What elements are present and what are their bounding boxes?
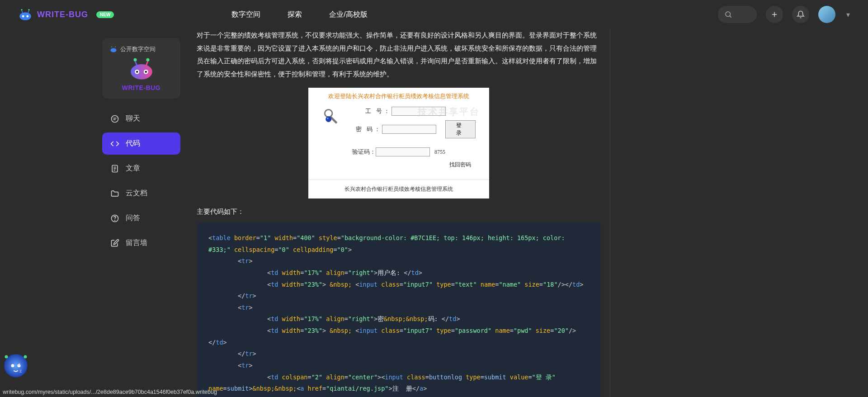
zz-text: z z xyxy=(18,361,22,374)
space-card[interactable]: 公开数字空间 WRITE-BUG xyxy=(102,38,180,99)
svg-point-23 xyxy=(112,115,118,122)
plus-icon xyxy=(770,10,778,19)
alien-icon xyxy=(18,8,33,21)
space-brand: WRITE-BUG xyxy=(109,84,173,91)
primary-nav: 数字空间 探索 企业/高校版 xyxy=(231,10,367,19)
nav-digital-space[interactable]: 数字空间 xyxy=(231,10,260,19)
svg-point-0 xyxy=(19,12,31,20)
doc-icon xyxy=(110,164,119,173)
sidebar-item-code[interactable]: 代码 xyxy=(102,132,180,155)
sidebar-item-label: 代码 xyxy=(126,139,140,148)
sidebar-item-label: 云文档 xyxy=(126,189,147,198)
nav-enterprise[interactable]: 企业/高校版 xyxy=(329,10,367,19)
edit-icon xyxy=(110,239,119,248)
folder-icon xyxy=(110,189,119,198)
svg-point-35 xyxy=(327,118,329,119)
svg-line-4 xyxy=(28,10,29,13)
avatar[interactable] xyxy=(818,6,835,23)
forgot-link: 找回密码 xyxy=(322,161,476,169)
sidebar-item-label: 聊天 xyxy=(126,114,140,123)
notifications-button[interactable] xyxy=(792,6,809,23)
svg-point-38 xyxy=(24,355,27,359)
add-button[interactable] xyxy=(766,6,783,23)
login-footer: 长兴农村合作银行柜员绩效考核信息管理系统 xyxy=(308,180,489,198)
svg-point-7 xyxy=(726,12,731,17)
code-icon xyxy=(110,139,119,148)
sidebar-item-wall[interactable]: 留言墙 xyxy=(102,232,180,254)
id-input xyxy=(392,107,446,116)
chevron-down-icon[interactable]: ▾ xyxy=(846,10,850,19)
code-block[interactable]: <table border="1" width="400" style="bac… xyxy=(197,222,601,397)
svg-point-15 xyxy=(133,58,137,61)
alien-small-icon xyxy=(109,46,118,52)
svg-point-39 xyxy=(11,364,14,367)
sidebar-item-qa[interactable]: 问答 xyxy=(102,207,180,229)
svg-point-22 xyxy=(145,71,146,73)
sidebar-item-label: 文章 xyxy=(126,164,140,173)
key-icon xyxy=(322,107,342,127)
sidebar-menu: 聊天 代码 文章 云文档 问答 留言墙 xyxy=(102,108,180,254)
nav-explore[interactable]: 探索 xyxy=(288,10,302,19)
verify-input xyxy=(376,147,430,156)
pwd-input xyxy=(382,125,436,134)
login-button-mock: 登 录 xyxy=(445,120,476,138)
verify-label: 验证码： xyxy=(352,148,376,156)
svg-point-12 xyxy=(111,47,112,47)
svg-point-13 xyxy=(115,47,116,47)
verify-code: 8755 xyxy=(434,149,445,156)
svg-line-3 xyxy=(22,10,23,13)
code-label: 主要代码如下： xyxy=(197,208,601,216)
svg-point-40 xyxy=(18,364,21,367)
svg-point-34 xyxy=(326,116,331,122)
svg-point-37 xyxy=(5,355,8,359)
help-icon xyxy=(110,214,119,223)
search-box[interactable] xyxy=(718,6,757,23)
main-content: 5.3.1 管理员登录界面 对于一个完整的绩效考核管理系统，不仅要求功能强大、操… xyxy=(188,0,610,397)
svg-point-21 xyxy=(136,71,138,73)
chat-icon xyxy=(110,114,119,123)
sidebar-item-label: 留言墙 xyxy=(126,238,147,248)
space-badge-row: 公开数字空间 xyxy=(109,45,173,53)
login-title: 欢迎登陆长兴农村合作银行柜员绩效考核信息管理系统 xyxy=(308,88,489,103)
svg-point-11 xyxy=(110,48,116,52)
login-screenshot: 欢迎登陆长兴农村合作银行柜员绩效考核信息管理系统 技术共享平台 工 号： 密 码… xyxy=(308,88,489,198)
logo[interactable]: WRITE-BUG NEW xyxy=(18,8,114,21)
svg-point-1 xyxy=(21,9,22,10)
sidebar-item-label: 问答 xyxy=(126,213,140,223)
svg-point-16 xyxy=(146,58,149,61)
svg-point-31 xyxy=(115,220,115,220)
article: 5.3.1 管理员登录界面 对于一个完整的绩效考核管理系统，不仅要求功能强大、操… xyxy=(188,9,610,397)
svg-line-17 xyxy=(135,61,137,66)
search-icon xyxy=(724,10,732,19)
svg-point-5 xyxy=(22,15,24,18)
sidebar-item-chat[interactable]: 聊天 xyxy=(102,108,180,130)
pwd-label: 密 码： xyxy=(346,125,382,133)
sidebar-item-article[interactable]: 文章 xyxy=(102,157,180,180)
svg-point-6 xyxy=(26,15,28,18)
svg-point-2 xyxy=(28,9,29,10)
status-bar: writebug.com/myres/static/uploads/.../2e… xyxy=(3,389,217,395)
mascot-icon: z z xyxy=(0,347,32,379)
bell-icon xyxy=(797,10,805,19)
alien-icon xyxy=(129,58,154,80)
new-badge: NEW xyxy=(96,11,114,18)
space-badge-text: 公开数字空间 xyxy=(120,45,156,53)
sidebar: 公开数字空间 WRITE-BUG 聊天 代码 文章 云文档 问答 留 xyxy=(95,29,188,397)
svg-point-36 xyxy=(4,354,27,377)
sidebar-item-cloud-docs[interactable]: 云文档 xyxy=(102,182,180,204)
header-right: ▾ xyxy=(718,6,850,23)
svg-line-18 xyxy=(146,61,147,66)
svg-line-8 xyxy=(730,16,731,17)
svg-point-32 xyxy=(325,109,332,117)
id-label: 工 号： xyxy=(346,107,392,115)
top-header: WRITE-BUG NEW 数字空间 探索 企业/高校版 ▾ xyxy=(0,0,868,29)
section-paragraph: 对于一个完整的绩效考核管理系统，不仅要求功能强大、操作简单，还要有良好的设计风格… xyxy=(197,29,601,80)
brand-text: WRITE-BUG xyxy=(37,10,88,19)
svg-point-14 xyxy=(131,64,152,80)
